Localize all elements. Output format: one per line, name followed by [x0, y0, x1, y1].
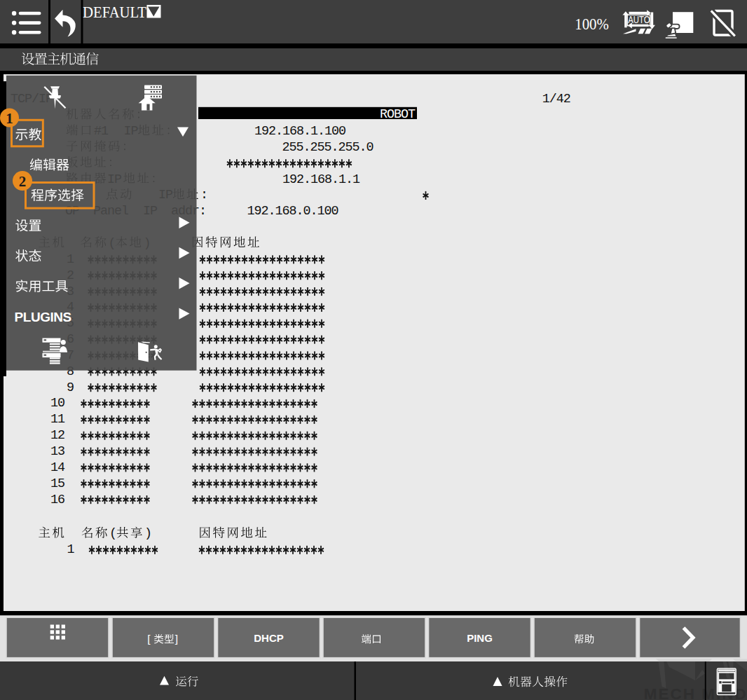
svg-text:DEFAULT: DEFAULT — [83, 3, 146, 21]
svg-text:]: ] — [175, 633, 178, 645]
svg-text:13: 13 — [50, 444, 64, 459]
svg-text:DHCP: DHCP — [254, 632, 284, 644]
svg-text:(: ( — [109, 526, 116, 541]
svg-text:[: [ — [147, 633, 151, 645]
svg-text:14: 14 — [50, 460, 65, 475]
svg-text:): ) — [144, 526, 151, 541]
svg-text:9: 9 — [67, 380, 74, 395]
svg-text:255.255.255.0: 255.255.255.0 — [282, 140, 374, 155]
svg-text:PING: PING — [467, 632, 493, 644]
svg-text:12: 12 — [50, 428, 64, 443]
svg-text:100%: 100% — [575, 15, 609, 33]
svg-text:ROBOT: ROBOT — [380, 107, 416, 122]
svg-text:1: 1 — [67, 542, 75, 557]
svg-text:16: 16 — [50, 493, 64, 507]
svg-text:15: 15 — [50, 476, 64, 491]
svg-text:192.168.1.100: 192.168.1.100 — [254, 124, 345, 139]
svg-text:AUTO: AUTO — [628, 13, 650, 25]
svg-text:1: 1 — [6, 110, 13, 127]
svg-text:11: 11 — [50, 412, 65, 427]
svg-text::: : — [200, 188, 207, 203]
svg-text:1/42: 1/42 — [542, 92, 570, 107]
svg-text:2: 2 — [19, 173, 27, 190]
svg-text:192.168.1.1: 192.168.1.1 — [282, 172, 360, 187]
svg-text:192.168.0.100: 192.168.0.100 — [247, 204, 338, 219]
svg-text:PLUGINS: PLUGINS — [15, 310, 71, 324]
svg-text:10: 10 — [50, 396, 64, 411]
